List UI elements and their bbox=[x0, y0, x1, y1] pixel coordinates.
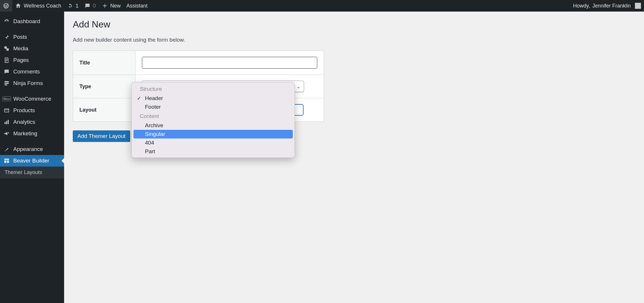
updates-count: 1 bbox=[76, 3, 79, 9]
option-part[interactable]: Part bbox=[133, 147, 293, 156]
option-singular[interactable]: Singular bbox=[133, 130, 293, 138]
svg-rect-1 bbox=[6, 48, 9, 51]
add-new-form: Title Type Themer Layout ⌄ Layout bbox=[73, 51, 324, 122]
wp-logo[interactable] bbox=[0, 0, 12, 12]
sidebar-item-label: Beaver Builder bbox=[13, 158, 49, 164]
sidebar-item-label: Ninja Forms bbox=[13, 80, 43, 86]
admin-bar-left: Wellness Coach 1 0 New Assistant bbox=[0, 0, 150, 12]
sidebar-item-label: WooCommerce bbox=[13, 96, 51, 102]
new-link[interactable]: New bbox=[99, 0, 124, 12]
svg-rect-5 bbox=[5, 122, 6, 124]
comments-link[interactable]: 0 bbox=[81, 0, 99, 12]
sidebar-item-ninja-forms[interactable]: Ninja Forms bbox=[0, 77, 64, 89]
sidebar-item-label: Pages bbox=[13, 57, 29, 63]
user-name: Jennifer Franklin bbox=[592, 3, 631, 9]
chevron-down-icon: ⌄ bbox=[297, 84, 300, 89]
svg-rect-6 bbox=[6, 121, 7, 124]
sidebar-item-label: Media bbox=[13, 45, 28, 52]
media-icon bbox=[3, 45, 10, 52]
option-footer[interactable]: Footer bbox=[133, 103, 293, 111]
chart-icon bbox=[3, 119, 10, 125]
sidebar-submenu: Themer Layouts bbox=[0, 167, 64, 178]
home-icon bbox=[15, 3, 21, 9]
submenu-themer-layouts[interactable]: Themer Layouts bbox=[0, 167, 64, 178]
page-description: Add new builder content using the form b… bbox=[73, 37, 635, 43]
option-404[interactable]: 404 bbox=[133, 138, 293, 147]
sidebar-item-analytics[interactable]: Analytics bbox=[0, 116, 64, 128]
type-dropdown: Structure Header Footer Content Archive … bbox=[131, 82, 295, 158]
site-link[interactable]: Wellness Coach bbox=[12, 0, 64, 12]
layout-label: Layout bbox=[73, 98, 135, 122]
svg-rect-2 bbox=[5, 81, 9, 82]
comment-icon bbox=[84, 3, 91, 9]
title-input[interactable] bbox=[142, 57, 317, 69]
page-title: Add New bbox=[73, 19, 635, 30]
admin-bar-right: Howdy, Jennifer Franklin bbox=[570, 0, 644, 12]
avatar bbox=[635, 3, 641, 9]
sidebar-item-pages[interactable]: Pages bbox=[0, 54, 64, 66]
layout-icon bbox=[3, 158, 10, 164]
admin-bar: Wellness Coach 1 0 New Assistant Howdy, bbox=[0, 0, 644, 12]
sidebar-item-label: Appearance bbox=[13, 146, 43, 152]
title-label: Title bbox=[73, 51, 135, 75]
howdy-prefix: Howdy, bbox=[573, 3, 590, 9]
sidebar-item-posts[interactable]: Posts bbox=[0, 31, 64, 43]
option-header[interactable]: Header bbox=[133, 94, 293, 103]
sidebar-item-woocommerce[interactable]: Woo WooCommerce bbox=[0, 93, 64, 105]
sidebar-item-label: Comments bbox=[13, 69, 40, 75]
sidebar-item-label: Marketing bbox=[13, 130, 37, 137]
sidebar-item-appearance[interactable]: Appearance bbox=[0, 143, 64, 155]
optgroup-content: Content bbox=[133, 111, 293, 121]
form-icon bbox=[3, 80, 10, 86]
updates-link[interactable]: 1 bbox=[64, 0, 81, 12]
site-name: Wellness Coach bbox=[24, 3, 61, 9]
sidebar-item-dashboard[interactable]: Dashboard bbox=[0, 16, 64, 27]
svg-rect-10 bbox=[7, 160, 9, 163]
svg-rect-9 bbox=[4, 160, 6, 163]
sidebar-item-label: Analytics bbox=[13, 119, 35, 125]
pin-icon bbox=[3, 34, 10, 40]
assistant-label: Assistant bbox=[126, 3, 148, 9]
sidebar-item-beaver-builder[interactable]: Beaver Builder bbox=[0, 155, 64, 167]
wordpress-icon bbox=[3, 3, 9, 9]
sidebar-item-label: Posts bbox=[13, 34, 27, 40]
sidebar-item-label: Products bbox=[13, 107, 35, 114]
sidebar-item-products[interactable]: Products bbox=[0, 105, 64, 116]
admin-sidebar: Dashboard Posts Media Pages Comments Nin… bbox=[0, 12, 64, 303]
sidebar-item-marketing[interactable]: Marketing bbox=[0, 128, 64, 139]
sidebar-item-media[interactable]: Media bbox=[0, 43, 64, 54]
type-label: Type bbox=[73, 75, 135, 98]
account-link[interactable]: Howdy, Jennifer Franklin bbox=[570, 0, 644, 12]
pages-icon bbox=[3, 57, 10, 63]
product-icon bbox=[3, 107, 10, 114]
comments-count: 0 bbox=[93, 3, 96, 9]
updates-icon bbox=[67, 3, 73, 9]
megaphone-icon bbox=[3, 130, 10, 137]
main-content: Add New Add new builder content using th… bbox=[64, 0, 644, 154]
svg-rect-4 bbox=[5, 84, 7, 86]
option-archive[interactable]: Archive bbox=[133, 121, 293, 130]
add-themer-layout-button[interactable]: Add Themer Layout bbox=[73, 130, 130, 142]
dashboard-icon bbox=[3, 18, 10, 25]
plus-icon bbox=[102, 3, 108, 9]
svg-rect-8 bbox=[4, 159, 9, 160]
optgroup-structure: Structure bbox=[133, 84, 293, 94]
new-label: New bbox=[110, 3, 121, 9]
brush-icon bbox=[3, 146, 10, 152]
svg-rect-7 bbox=[8, 120, 9, 124]
svg-rect-3 bbox=[5, 83, 9, 84]
comment-icon bbox=[3, 69, 10, 75]
assistant-link[interactable]: Assistant bbox=[124, 0, 150, 12]
woo-icon: Woo bbox=[3, 96, 10, 102]
sidebar-item-comments[interactable]: Comments bbox=[0, 66, 64, 77]
sidebar-item-label: Dashboard bbox=[13, 18, 40, 25]
